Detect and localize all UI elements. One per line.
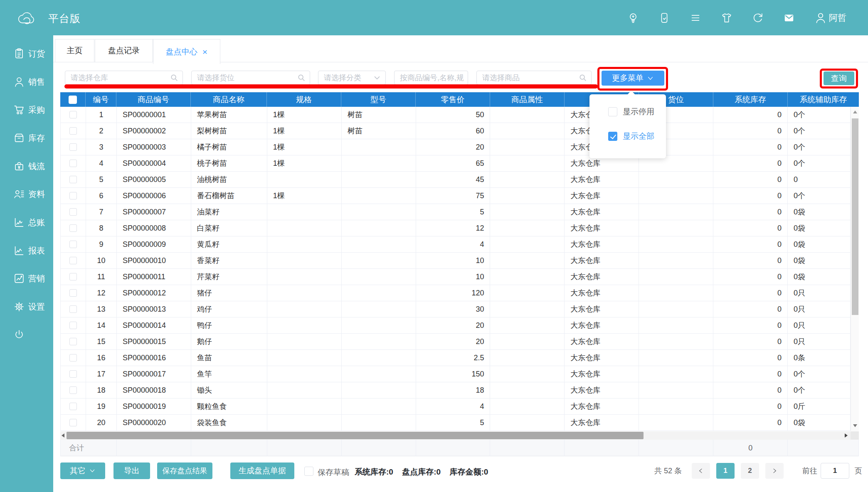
warehouse-filter[interactable]: [65, 71, 183, 85]
sidebar-item-inventory[interactable]: 库存: [0, 129, 53, 147]
dropdown-item-show-disabled[interactable]: 显示停用: [589, 104, 666, 119]
menu-icon[interactable]: [689, 12, 702, 24]
row-select-cell: [61, 155, 86, 171]
sidebar-item-logout[interactable]: [0, 326, 53, 344]
cell-stock: 0: [713, 269, 788, 285]
table-row: 18SP00000018锄头18大东仓库00个: [61, 382, 851, 399]
row-checkbox[interactable]: [69, 208, 77, 216]
scroll-up-icon[interactable]: [853, 111, 857, 113]
checkbox[interactable]: [608, 107, 617, 116]
row-checkbox[interactable]: [69, 257, 77, 264]
horizontal-scrollbar[interactable]: [60, 431, 851, 440]
keyword-filter[interactable]: [394, 71, 468, 85]
table-row: 4SP00000004桃子树苗1棵65大东仓库00个: [61, 155, 851, 172]
slot-input[interactable]: [192, 71, 310, 84]
sidebar-item-reports[interactable]: 报表: [0, 241, 53, 260]
keyword-input[interactable]: [395, 71, 468, 84]
page-button-1[interactable]: 1: [716, 463, 735, 479]
cell-model: [342, 253, 416, 268]
scroll-down-icon[interactable]: [853, 424, 857, 427]
row-checkbox[interactable]: [69, 370, 77, 378]
tab-home[interactable]: 主页: [55, 39, 94, 62]
tab-inventory-records[interactable]: 盘点记录: [95, 39, 153, 62]
row-checkbox[interactable]: [69, 111, 77, 118]
cell-aux: 0个: [788, 382, 851, 398]
row-checkbox[interactable]: [69, 354, 77, 362]
warehouse-input[interactable]: [65, 71, 182, 84]
page-button-2[interactable]: 2: [741, 463, 759, 479]
sidebar-item-purchase[interactable]: 采购: [0, 101, 53, 119]
other-button[interactable]: 其它: [60, 462, 105, 479]
save-draft-checkbox[interactable]: [304, 467, 313, 476]
cell-attr: [490, 350, 565, 366]
column-header: 商品属性: [490, 92, 565, 107]
row-checkbox[interactable]: [69, 160, 77, 167]
dropdown-item-show-all[interactable]: 显示全部: [589, 129, 666, 144]
cell-name: 锄头: [191, 382, 267, 398]
cell-model: 树苗: [342, 123, 416, 139]
row-checkbox[interactable]: [69, 338, 77, 345]
table-row: 16SP00000016鱼苗2.5大东仓库00条: [61, 350, 851, 366]
row-checkbox[interactable]: [69, 241, 77, 248]
export-label: 导出: [124, 465, 140, 476]
row-checkbox[interactable]: [69, 289, 77, 297]
cell-no: 13: [86, 301, 117, 317]
vertical-scrollbar[interactable]: [851, 107, 859, 431]
prev-page-button[interactable]: [692, 463, 710, 479]
row-checkbox[interactable]: [69, 224, 77, 232]
row-checkbox[interactable]: [69, 176, 77, 183]
product-input[interactable]: [477, 71, 591, 84]
refresh-icon[interactable]: [752, 12, 764, 24]
row-checkbox[interactable]: [69, 419, 77, 426]
cell-no: 2: [86, 123, 117, 139]
cell-attr: [490, 123, 565, 139]
row-checkbox[interactable]: [69, 403, 77, 410]
sidebar-item-settings[interactable]: 设置: [0, 298, 53, 316]
save-result-label: 保存盘点结果: [163, 466, 207, 476]
row-select-cell: [61, 139, 86, 155]
bulb-icon[interactable]: [627, 12, 639, 24]
save-inventory-result-button[interactable]: 保存盘点结果: [157, 462, 212, 479]
cell-spec: [267, 301, 342, 317]
sidebar-item-sales[interactable]: 销售: [0, 73, 53, 91]
row-checkbox[interactable]: [69, 192, 77, 199]
shirt-icon[interactable]: [720, 12, 733, 24]
category-filter[interactable]: [318, 71, 386, 85]
device-check-icon[interactable]: [658, 12, 671, 24]
cell-stock: 0: [713, 382, 788, 398]
next-page-button[interactable]: [765, 463, 784, 479]
sidebar-item-data[interactable]: 资料: [0, 185, 53, 203]
cell-no: 10: [86, 253, 117, 268]
user-chip[interactable]: 阿哲: [814, 11, 846, 25]
row-checkbox[interactable]: [69, 273, 77, 280]
row-checkbox[interactable]: [69, 305, 77, 313]
table-row: 14SP00000014鸭仔20大东仓库00只: [61, 317, 851, 334]
generate-inventory-doc-button[interactable]: 生成盘点单据: [230, 462, 294, 479]
mail-icon[interactable]: [783, 12, 795, 24]
scroll-right-icon[interactable]: [845, 433, 848, 438]
select-all-checkbox[interactable]: [69, 96, 77, 104]
sidebar-item-orders[interactable]: 订货: [0, 44, 53, 63]
cell-warehouse: 大东仓库: [565, 415, 639, 430]
goto-page-input[interactable]: [821, 463, 849, 479]
export-button[interactable]: 导出: [113, 462, 150, 479]
row-checkbox[interactable]: [69, 143, 77, 151]
row-checkbox[interactable]: [69, 127, 77, 135]
sidebar-item-label: 营销: [28, 273, 45, 284]
row-checkbox[interactable]: [69, 322, 77, 329]
sidebar-item-marketing[interactable]: 营销: [0, 269, 53, 288]
vertical-scrollbar-thumb[interactable]: [852, 118, 858, 315]
checkbox[interactable]: [608, 132, 617, 141]
scroll-left-icon[interactable]: [62, 433, 64, 438]
tab-inventory-center[interactable]: 盘点中心 ×: [153, 39, 220, 64]
cell-slot: [639, 399, 713, 414]
product-filter[interactable]: [476, 71, 592, 85]
cell-name: 梨树树苗: [191, 123, 267, 139]
cell-aux: 0只: [788, 301, 851, 317]
slot-filter[interactable]: [191, 71, 310, 85]
tab-close-icon[interactable]: ×: [202, 47, 207, 56]
sidebar-item-ledger[interactable]: 总账: [0, 213, 53, 231]
sidebar-item-cashflow[interactable]: 钱流: [0, 157, 53, 175]
row-checkbox[interactable]: [69, 386, 77, 394]
horizontal-scrollbar-thumb[interactable]: [67, 432, 644, 439]
